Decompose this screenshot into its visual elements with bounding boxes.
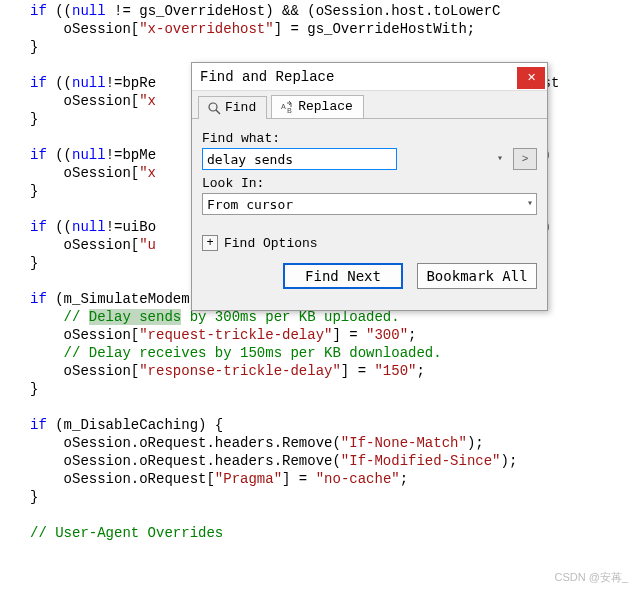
chevron-down-icon: ▾ bbox=[497, 152, 503, 164]
chevron-right-icon: > bbox=[522, 153, 529, 165]
tab-replace[interactable]: AB Replace bbox=[271, 95, 364, 118]
code-line: } bbox=[30, 489, 38, 505]
look-in-label: Look In: bbox=[202, 176, 537, 191]
code-line: } bbox=[30, 381, 38, 397]
code-line: // Delay sends by 300ms per KB uploaded. bbox=[30, 309, 400, 325]
code-line: oSession["x bbox=[30, 93, 156, 109]
tab-find-label: Find bbox=[225, 100, 256, 115]
replace-icon: AB bbox=[280, 100, 294, 114]
dialog-title: Find and Replace bbox=[200, 69, 334, 85]
code-line: } bbox=[30, 183, 38, 199]
code-line: if (m_DisableCaching) { bbox=[30, 417, 223, 433]
code-line: if (m_SimulateModem) { bbox=[30, 291, 215, 307]
plus-icon: + bbox=[206, 236, 213, 250]
code-line: oSession.oRequest.headers.Remove("If-Mod… bbox=[30, 453, 517, 469]
code-line: } bbox=[30, 111, 38, 127]
code-line: oSession["request-trickle-delay"] = "300… bbox=[30, 327, 416, 343]
code-line: } bbox=[30, 255, 38, 271]
code-line: oSession["response-trickle-delay"] = "15… bbox=[30, 363, 425, 379]
find-options-label: Find Options bbox=[224, 236, 318, 251]
svg-text:B: B bbox=[287, 106, 292, 114]
watermark: CSDN @安苒_ bbox=[554, 570, 628, 585]
find-next-button[interactable]: Find Next bbox=[283, 263, 403, 289]
find-what-wrap: ▾ bbox=[202, 148, 507, 170]
code-line: // User-Agent Overrides bbox=[30, 525, 223, 541]
dialog-tabs: Find AB Replace bbox=[192, 91, 547, 119]
bookmark-all-button[interactable]: Bookmark All bbox=[417, 263, 537, 289]
find-what-label: Find what: bbox=[202, 131, 537, 146]
find-options-expander[interactable]: + bbox=[202, 235, 218, 251]
bookmark-all-label: Bookmark All bbox=[426, 268, 527, 284]
find-next-label: Find Next bbox=[305, 268, 381, 284]
look-in-select[interactable] bbox=[202, 193, 537, 215]
find-next-arrow-button[interactable]: > bbox=[513, 148, 537, 170]
tab-replace-label: Replace bbox=[298, 99, 353, 114]
dialog-buttons: Find Next Bookmark All bbox=[202, 263, 537, 289]
svg-text:A: A bbox=[281, 102, 286, 111]
code-line: oSession.oRequest.headers.Remove("If-Non… bbox=[30, 435, 484, 451]
code-line: oSession["x-overridehost"] = gs_Override… bbox=[30, 21, 475, 37]
code-line: } bbox=[30, 39, 38, 55]
svg-line-1 bbox=[216, 110, 220, 114]
find-what-input[interactable] bbox=[202, 148, 397, 170]
code-line: oSession["u bbox=[30, 237, 156, 253]
dialog-titlebar[interactable]: Find and Replace ✕ bbox=[192, 63, 547, 91]
code-line: // Delay receives by 150ms per KB downlo… bbox=[30, 345, 442, 361]
close-button[interactable]: ✕ bbox=[517, 67, 545, 89]
close-icon: ✕ bbox=[527, 71, 536, 84]
dialog-body: Find what: ▾ > Look In: ▾ + Find Options bbox=[192, 119, 547, 299]
find-options-row: + Find Options bbox=[202, 235, 537, 251]
tab-find[interactable]: Find bbox=[198, 96, 267, 119]
find-replace-dialog: Find and Replace ✕ Find AB Replace Find … bbox=[191, 62, 548, 311]
code-line: oSession["x bbox=[30, 165, 156, 181]
look-in-wrap: ▾ bbox=[202, 193, 537, 215]
svg-point-0 bbox=[209, 103, 217, 111]
find-icon bbox=[207, 101, 221, 115]
code-line: if ((null != gs_OverrideHost) && (oSessi… bbox=[30, 3, 501, 19]
code-line: oSession.oRequest["Pragma"] = "no-cache"… bbox=[30, 471, 408, 487]
